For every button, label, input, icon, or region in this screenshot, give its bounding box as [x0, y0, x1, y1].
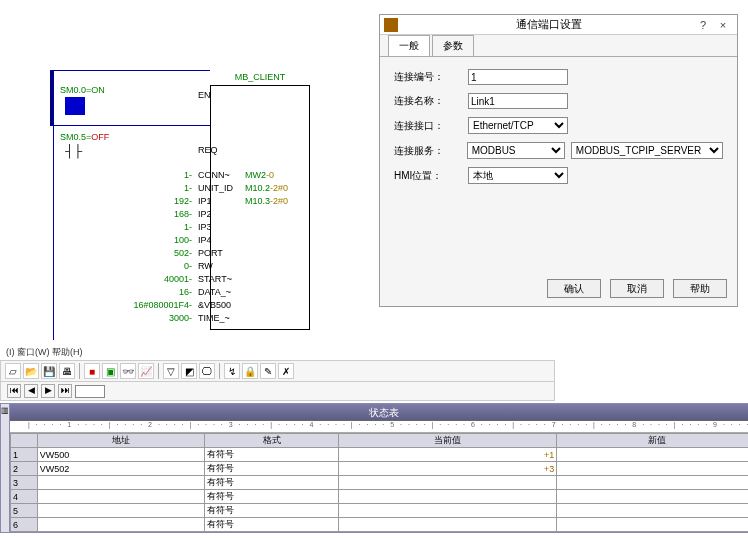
ok-button[interactable]: 确认 [547, 279, 601, 298]
pin-name: IP2 [195, 209, 245, 219]
pin-output-value [245, 248, 305, 258]
cell-fmt[interactable]: 有符号 [205, 490, 339, 504]
col-addr: 地址 [37, 434, 205, 448]
contact-state: OFF [91, 132, 109, 142]
pin-output-value [245, 235, 305, 245]
nav-input[interactable] [75, 385, 105, 398]
tb-lock-icon[interactable]: 🔒 [242, 363, 258, 379]
cell-newval[interactable] [557, 490, 748, 504]
fb-pin-row: 100-IP4 [20, 235, 310, 245]
cell-current [339, 476, 557, 490]
table-row[interactable]: 2VW502有符号+3 [11, 462, 749, 476]
ladder-wire [50, 125, 210, 126]
tb-watch-icon[interactable]: 👓 [120, 363, 136, 379]
fb-pin-row: 40001-START~ [20, 274, 310, 284]
pin-input-value: 3000- [20, 313, 195, 323]
fb-pin-row: 16#080001F4-&VB500 [20, 300, 310, 310]
cell-fmt[interactable]: 有符号 [205, 504, 339, 518]
col-fmt: 格式 [205, 434, 339, 448]
cell-addr[interactable] [37, 476, 205, 490]
tab-params[interactable]: 参数 [432, 35, 474, 56]
cell-addr[interactable]: VW500 [37, 448, 205, 462]
connsvc1-select[interactable]: MODBUS [467, 142, 565, 159]
conniface-select[interactable]: Ethernet/TCP [468, 117, 568, 134]
label-hmipos: HMI位置： [394, 169, 468, 183]
tb-run-icon[interactable]: ▣ [102, 363, 118, 379]
connname-input[interactable] [468, 93, 568, 109]
cell-addr[interactable] [37, 490, 205, 504]
tb-down-icon[interactable]: ▽ [163, 363, 179, 379]
nav-first-icon[interactable]: ⏮ [7, 384, 21, 398]
menu-fragment[interactable]: (I) 窗口(W) 帮助(H) [0, 345, 555, 360]
cell-newval[interactable] [557, 518, 748, 532]
tb-monitor-icon[interactable]: 🖵 [199, 363, 215, 379]
fb-pin-row: 1-IP3 [20, 222, 310, 232]
fb-pin-row: 16-DATA_~ [20, 287, 310, 297]
pin-name: IP1 [195, 196, 245, 206]
fb-pin-row: 1-UNIT_IDM10.2-2#0 [20, 183, 310, 193]
tb-open-icon[interactable]: 📂 [23, 363, 39, 379]
cell-newval[interactable] [557, 462, 748, 476]
label-connname: 连接名称： [394, 94, 468, 108]
help-button-footer[interactable]: 帮助 [673, 279, 727, 298]
close-button[interactable]: × [713, 19, 733, 31]
help-button[interactable]: ? [693, 19, 713, 31]
tb-save-icon[interactable]: 💾 [41, 363, 57, 379]
cell-newval[interactable] [557, 448, 748, 462]
ladder-wire [50, 70, 210, 71]
tb-clear-icon[interactable]: ✗ [278, 363, 294, 379]
pin-en: EN [195, 90, 245, 100]
contact-sm05: SM0.5=OFF [60, 132, 109, 142]
nav-last-icon[interactable]: ⏭ [58, 384, 72, 398]
label-connid: 连接编号： [394, 70, 468, 84]
hmipos-select[interactable]: 本地 [468, 167, 568, 184]
cell-fmt[interactable]: 有符号 [205, 518, 339, 532]
tab-general[interactable]: 一般 [388, 35, 430, 56]
pin-input-value: 16- [20, 287, 195, 297]
ruler: | · · · · 1 · · · · | · · · · 2 · · · · … [10, 421, 748, 433]
cell-fmt[interactable]: 有符号 [205, 462, 339, 476]
tb-link-icon[interactable]: ↯ [224, 363, 240, 379]
table-row[interactable]: 5有符号 [11, 504, 749, 518]
pin-name: START~ [195, 274, 245, 284]
tb-print-icon[interactable]: 🖶 [59, 363, 75, 379]
dialog-titlebar: 通信端口设置 ? × [380, 15, 737, 35]
cancel-button[interactable]: 取消 [610, 279, 664, 298]
cell-newval[interactable] [557, 476, 748, 490]
tb-diag-icon[interactable]: ◩ [181, 363, 197, 379]
tb-write-icon[interactable]: ✎ [260, 363, 276, 379]
connid-input[interactable] [468, 69, 568, 85]
pin-output-value [245, 209, 305, 219]
pin-output-value [245, 274, 305, 284]
nav-prev-icon[interactable]: ◀ [24, 384, 38, 398]
cell-fmt[interactable]: 有符号 [205, 476, 339, 490]
pin-output-value: M10.3-2#0 [245, 196, 305, 206]
table-row[interactable]: 6有符号 [11, 518, 749, 532]
cell-fmt[interactable]: 有符号 [205, 448, 339, 462]
cell-addr[interactable] [37, 504, 205, 518]
dialog-footer: 确认 取消 帮助 [541, 279, 727, 298]
contact-symbol: SM0.5 [60, 132, 86, 142]
tb-new-icon[interactable]: ▱ [5, 363, 21, 379]
nav-row: ⏮ ◀ ▶ ⏭ [0, 382, 555, 401]
row-number: 6 [11, 518, 38, 532]
dialog-body: 连接编号： 连接名称： 连接接口： Ethernet/TCP 连接服务： MOD… [380, 57, 737, 204]
status-table-title: 状态表 [10, 404, 748, 421]
comm-port-settings-dialog: 通信端口设置 ? × 一般 参数 连接编号： 连接名称： 连接接口： Ether… [379, 14, 738, 307]
pin-input-value: 100- [20, 235, 195, 245]
cell-addr[interactable]: VW502 [37, 462, 205, 476]
cell-addr[interactable] [37, 518, 205, 532]
table-row[interactable]: 4有符号 [11, 490, 749, 504]
pin-input-value: 168- [20, 209, 195, 219]
col-rownum [11, 434, 38, 448]
table-row[interactable]: 1VW500有符号+1 [11, 448, 749, 462]
connsvc2-select[interactable]: MODBUS_TCPIP_SERVER [571, 142, 723, 159]
table-row[interactable]: 3有符号 [11, 476, 749, 490]
status-table-wrap: 状态表 | · · · · 1 · · · · | · · · · 2 · · … [9, 403, 748, 533]
tb-chart-icon[interactable]: 📈 [138, 363, 154, 379]
pin-output-value [245, 313, 305, 323]
tb-stop-icon[interactable]: ■ [84, 363, 100, 379]
pin-name: IP4 [195, 235, 245, 245]
cell-newval[interactable] [557, 504, 748, 518]
nav-next-icon[interactable]: ▶ [41, 384, 55, 398]
